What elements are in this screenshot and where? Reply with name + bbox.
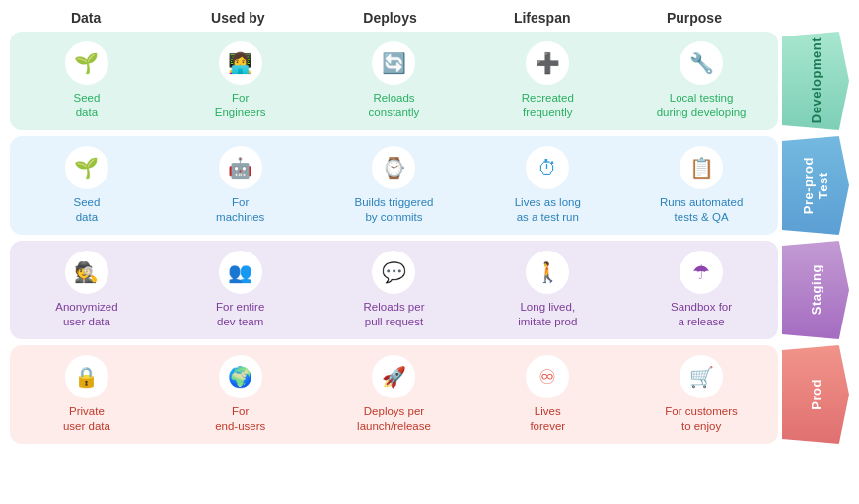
cell-development-2: 🔄Reloads constantly <box>318 32 471 130</box>
env-tab-label-test: Pre-prod Test <box>801 157 830 214</box>
env-cells-staging: 🕵️Anonymized user data👥For entire dev te… <box>10 241 778 339</box>
cell-icon-test-2: ⌚ <box>372 146 415 189</box>
cell-text-staging-4: Sandbox for a release <box>671 300 732 329</box>
cell-development-4: 🔧Local testing during developing <box>624 32 778 130</box>
cell-text-test-1: For machines <box>216 195 264 225</box>
main-container: DataUsed byDeploysLifespanPurpose 🌱Seed … <box>0 0 859 454</box>
cell-text-prod-0: Private user data <box>63 404 110 434</box>
cell-development-3: ➕Recreated frequently <box>470 32 624 130</box>
cell-text-prod-3: Lives forever <box>530 404 565 434</box>
cell-text-development-0: Seed data <box>73 91 100 120</box>
cell-text-staging-1: For entire dev team <box>216 300 264 329</box>
cell-icon-development-3: ➕ <box>526 41 569 85</box>
cell-text-staging-0: Anonymized user data <box>55 300 117 329</box>
cell-icon-staging-3: 🚶 <box>526 251 569 294</box>
cell-staging-1: 👥For entire dev team <box>164 241 318 339</box>
header-row: DataUsed byDeploysLifespanPurpose <box>10 10 849 26</box>
cell-text-staging-2: Reloads per pull request <box>363 300 424 329</box>
cell-prod-1: 🌍For end-users <box>164 345 318 444</box>
cell-text-staging-3: Long lived, imitate prod <box>518 300 577 329</box>
cell-text-test-0: Seed data <box>73 195 100 225</box>
cell-development-1: 👩‍💻For Engineers <box>164 32 318 130</box>
cell-prod-3: ♾Lives forever <box>470 345 624 444</box>
cell-icon-development-4: 🔧 <box>680 41 723 85</box>
cell-icon-prod-2: 🚀 <box>372 355 415 398</box>
cell-icon-development-2: 🔄 <box>372 41 415 85</box>
env-tab-test: Pre-prod Test <box>782 136 849 235</box>
cell-text-development-3: Recreated frequently <box>522 91 574 120</box>
cell-test-0: 🌱Seed data <box>10 136 164 235</box>
cell-icon-test-4: 📋 <box>680 146 723 189</box>
cell-icon-staging-4: ☂ <box>680 251 723 294</box>
cell-icon-test-0: 🌱 <box>65 146 108 189</box>
env-row-staging: 🕵️Anonymized user data👥For entire dev te… <box>10 241 849 339</box>
cell-test-2: ⌚Builds triggered by commits <box>318 136 471 235</box>
cell-icon-development-1: 👩‍💻 <box>219 41 262 85</box>
cell-staging-2: 💬Reloads per pull request <box>318 241 471 339</box>
cell-text-test-3: Lives as long as a test run <box>515 195 581 225</box>
cell-icon-staging-0: 🕵️ <box>65 251 108 294</box>
header-cell-purpose: Purpose <box>618 10 770 26</box>
cell-staging-3: 🚶Long lived, imitate prod <box>470 241 624 339</box>
cell-test-4: 📋Runs automated tests & QA <box>624 136 778 235</box>
cell-text-development-4: Local testing during developing <box>657 91 747 120</box>
env-cells-prod: 🔒Private user data🌍For end-users🚀Deploys… <box>10 345 778 444</box>
cell-icon-test-3: ⏱ <box>526 146 569 189</box>
header-cell-used-by: Used by <box>162 10 314 26</box>
cell-test-3: ⏱Lives as long as a test run <box>470 136 624 235</box>
cell-staging-0: 🕵️Anonymized user data <box>10 241 164 339</box>
env-row-development: 🌱Seed data👩‍💻For Engineers🔄Reloads const… <box>10 32 849 130</box>
cell-development-0: 🌱Seed data <box>10 32 164 130</box>
header-cell-deploys: Deploys <box>314 10 465 26</box>
env-cells-test: 🌱Seed data🤖For machines⌚Builds triggered… <box>10 136 778 235</box>
cell-icon-development-0: 🌱 <box>65 41 108 85</box>
cell-staging-4: ☂Sandbox for a release <box>624 241 778 339</box>
cell-icon-prod-1: 🌍 <box>219 355 262 398</box>
header-cell-data: Data <box>10 10 162 26</box>
cell-icon-staging-2: 💬 <box>372 251 415 294</box>
cell-text-prod-4: For customers to enjoy <box>665 404 738 434</box>
cell-text-development-1: For Engineers <box>215 91 266 120</box>
env-cells-development: 🌱Seed data👩‍💻For Engineers🔄Reloads const… <box>10 32 778 130</box>
cell-prod-4: 🛒For customers to enjoy <box>624 345 778 444</box>
cell-prod-0: 🔒Private user data <box>10 345 164 444</box>
cell-prod-2: 🚀Deploys per launch/release <box>318 345 471 444</box>
env-row-prod: 🔒Private user data🌍For end-users🚀Deploys… <box>10 345 849 444</box>
env-row-test: 🌱Seed data🤖For machines⌚Builds triggered… <box>10 136 849 235</box>
cell-icon-prod-0: 🔒 <box>65 355 108 398</box>
header-cell-lifespan: Lifespan <box>466 10 618 26</box>
cell-text-prod-1: For end-users <box>215 404 265 434</box>
cell-test-1: 🤖For machines <box>164 136 318 235</box>
cell-text-test-4: Runs automated tests & QA <box>660 195 743 225</box>
cell-icon-staging-1: 👥 <box>219 251 262 294</box>
env-tab-label-development: Development <box>809 37 823 123</box>
rows-wrapper: 🌱Seed data👩‍💻For Engineers🔄Reloads const… <box>10 32 849 444</box>
cell-text-development-2: Reloads constantly <box>369 91 420 120</box>
env-tab-label-staging: Staging <box>809 264 823 315</box>
env-tab-prod: Prod <box>782 345 849 444</box>
cell-text-test-2: Builds triggered by commits <box>355 195 434 225</box>
cell-icon-prod-3: ♾ <box>526 355 569 398</box>
cell-icon-test-1: 🤖 <box>219 146 262 189</box>
env-tab-development: Development <box>782 32 849 130</box>
env-tab-staging: Staging <box>782 241 849 339</box>
cell-text-prod-2: Deploys per launch/release <box>357 404 431 434</box>
cell-icon-prod-4: 🛒 <box>680 355 723 398</box>
env-tab-label-prod: Prod <box>809 379 823 410</box>
